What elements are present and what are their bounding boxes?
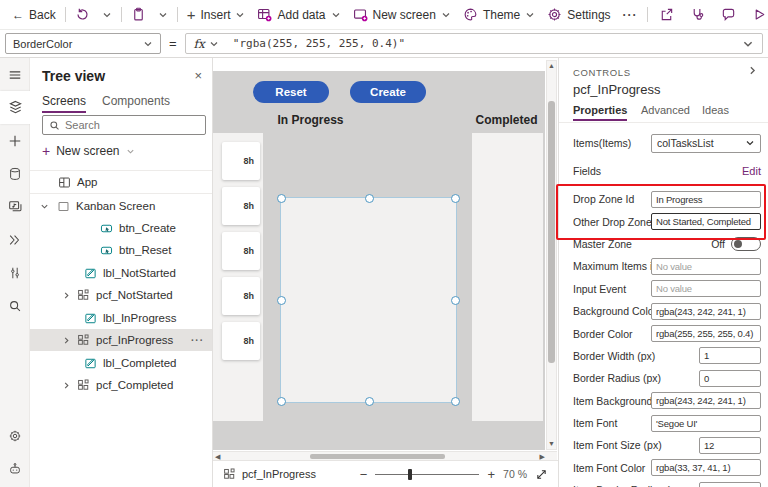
tab-advanced[interactable]: Advanced	[641, 104, 690, 116]
add-data-button[interactable]: Add data	[251, 0, 346, 30]
border-radius-input[interactable]: 0	[699, 370, 761, 387]
share-button[interactable]	[651, 0, 682, 30]
tree-item[interactable]: pcf_Completed	[30, 374, 212, 396]
variables-icon[interactable]	[0, 256, 30, 289]
canvas-reset-button[interactable]: Reset	[253, 81, 329, 103]
completed-column[interactable]	[472, 133, 543, 421]
paste-button[interactable]	[125, 0, 152, 30]
chevron-down-icon[interactable]	[40, 202, 49, 211]
input-event-input[interactable]: No value	[651, 280, 761, 297]
resize-handle-ne[interactable]	[451, 194, 460, 203]
fullscreen-icon[interactable]	[535, 468, 548, 481]
close-icon[interactable]: ×	[192, 66, 204, 85]
task-card[interactable]: 8h	[222, 277, 260, 315]
tree-item[interactable]: btn_Reset	[30, 239, 212, 261]
power-automate-icon[interactable]	[0, 223, 30, 256]
fields-edit-link[interactable]: Edit	[742, 165, 761, 177]
item-background-color-input[interactable]: rgba(243, 242, 241, 1)	[651, 392, 761, 409]
collapse-panel-chevron[interactable]	[747, 65, 758, 76]
zoom-in-button[interactable]: +	[487, 468, 495, 481]
tree-item-selected[interactable]: pcf_InProgress ···	[30, 329, 212, 351]
horizontal-scrollbar[interactable]: ◀ ▶	[213, 451, 557, 460]
undo-button[interactable]	[69, 0, 96, 30]
tab-ideas[interactable]: Ideas	[702, 104, 729, 116]
resize-handle-sw[interactable]	[277, 397, 286, 406]
item-border-radius-input[interactable]: 4	[699, 482, 761, 487]
resize-handle-e[interactable]	[451, 296, 460, 305]
hamburger-menu-icon[interactable]	[0, 58, 30, 91]
task-card[interactable]: 8h	[222, 187, 260, 225]
divider	[65, 7, 66, 22]
tab-screens[interactable]: Screens	[42, 94, 86, 108]
insert-icon[interactable]	[0, 124, 30, 157]
theme-button[interactable]: Theme	[457, 0, 541, 30]
task-card[interactable]: 8h	[222, 322, 260, 360]
preview-play-button[interactable]	[744, 0, 768, 30]
vertical-scroll-thumb[interactable]	[548, 101, 555, 363]
scroll-up-arrow[interactable]: ▲	[547, 62, 556, 70]
tree-item[interactable]: lbl_Completed	[30, 352, 212, 374]
tree-item[interactable]: lbl_InProgress	[30, 307, 212, 329]
selected-pcf-inprogress-control[interactable]	[280, 197, 457, 403]
border-color-input[interactable]: rgba(255, 255, 255, 0.4)	[651, 325, 761, 342]
chevron-right-icon[interactable]	[62, 291, 71, 300]
item-more-menu[interactable]: ···	[191, 335, 204, 346]
resize-handle-s[interactable]	[365, 397, 374, 406]
data-icon[interactable]	[0, 157, 30, 190]
scroll-down-arrow[interactable]: ▼	[547, 440, 556, 448]
horizontal-scroll-thumb[interactable]	[310, 454, 445, 459]
screen-artboard[interactable]: Reset Create In Progress Completed 8h 8h…	[213, 71, 545, 450]
tab-components[interactable]: Components	[102, 94, 170, 108]
formula-text[interactable]: "rgba(255, 255, 255, 0.4)"	[233, 37, 405, 50]
chevron-right-icon[interactable]	[62, 381, 71, 390]
tab-properties[interactable]: Properties	[573, 104, 627, 116]
chevron-down-icon	[158, 10, 168, 20]
search-input[interactable]: Search	[42, 115, 206, 135]
comments-button[interactable]	[713, 0, 744, 30]
drop-zone-id-input[interactable]: In Progress	[651, 191, 761, 208]
tree-item-app[interactable]: App	[30, 171, 212, 193]
resize-handle-nw[interactable]	[277, 194, 286, 203]
item-font-size-input[interactable]: 12	[699, 437, 761, 454]
new-screen-button[interactable]: New screen	[347, 0, 457, 30]
zoom-slider[interactable]	[375, 469, 479, 480]
item-font-color-input[interactable]: rgba(33, 37, 41, 1)	[651, 459, 761, 476]
items-dropdown[interactable]: colTasksList	[651, 134, 761, 153]
canvas-create-button[interactable]: Create	[350, 81, 426, 103]
formula-field[interactable]: fx "rgba(255, 255, 255, 0.4)"	[185, 33, 763, 54]
undo-dropdown[interactable]	[96, 0, 118, 30]
property-selector[interactable]: BorderColor	[5, 33, 161, 54]
resize-handle-n[interactable]	[365, 194, 374, 203]
max-items-input[interactable]: No value	[651, 258, 761, 275]
paste-dropdown[interactable]	[152, 0, 174, 30]
app-checker-button[interactable]	[682, 0, 713, 30]
resize-handle-se[interactable]	[451, 397, 460, 406]
master-zone-toggle[interactable]	[731, 237, 761, 251]
insert-button[interactable]: + Insert	[181, 0, 252, 30]
resize-handle-w[interactable]	[277, 296, 286, 305]
tree-item[interactable]: btn_Create	[30, 217, 212, 239]
vertical-scrollbar[interactable]: ▲ ▼	[546, 60, 557, 450]
settings-gear-icon[interactable]	[0, 419, 30, 452]
task-card[interactable]: 8h	[222, 232, 260, 270]
new-screen-button[interactable]: + New screen	[42, 142, 135, 160]
formula-expand-button[interactable]	[742, 38, 754, 50]
zoom-out-button[interactable]: −	[360, 468, 368, 481]
more-commands-button[interactable]: ···	[617, 0, 644, 30]
chevron-right-icon[interactable]	[62, 336, 71, 345]
zoom-slider-thumb[interactable]	[408, 469, 412, 480]
settings-button[interactable]: Settings	[541, 0, 616, 30]
task-card[interactable]: 8h	[222, 142, 260, 180]
background-color-input[interactable]: rgba(243, 242, 241, 1)	[651, 303, 761, 320]
border-width-input[interactable]: 1	[699, 347, 761, 364]
tree-item-kanban-screen[interactable]: Kanban Screen	[30, 195, 212, 217]
tree-item[interactable]: lbl_NotStarted	[30, 262, 212, 284]
tree-view-icon[interactable]	[0, 91, 30, 124]
media-icon[interactable]	[0, 190, 30, 223]
back-button[interactable]: ← Back	[6, 0, 62, 30]
search-icon[interactable]	[0, 289, 30, 322]
bot-icon[interactable]	[0, 452, 30, 485]
item-font-input[interactable]: 'Segoe UI'	[651, 415, 761, 432]
tree-item[interactable]: pcf_NotStarted	[30, 284, 212, 306]
other-drop-zone-ids-input[interactable]: Not Started, Completed	[651, 213, 761, 230]
